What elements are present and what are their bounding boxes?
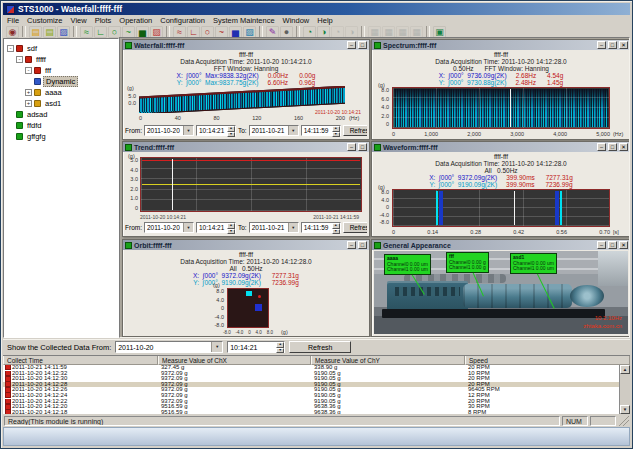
menu-item[interactable]: Customize — [23, 16, 66, 25]
spinner-down-icon[interactable]: ▼ — [332, 132, 340, 138]
menu-item[interactable]: Help — [313, 16, 336, 25]
expand-icon[interactable]: + — [25, 100, 32, 107]
menu-item[interactable]: Window — [279, 16, 314, 25]
edit-tool-icon[interactable]: ✎ — [266, 26, 279, 38]
spinner-down-icon[interactable]: ▼ — [227, 229, 235, 235]
tree-item-ffdfd[interactable]: ffdfd — [4, 120, 118, 131]
tree-item-gffgfg[interactable]: gffgfg — [4, 131, 118, 142]
close-button[interactable]: ✕ — [619, 241, 628, 249]
image-plot-icon[interactable]: ▨ — [150, 26, 163, 38]
waveform-plot[interactable] — [392, 189, 610, 227]
minimize-button[interactable]: – — [347, 143, 356, 151]
menu-item[interactable]: Configuration — [156, 16, 209, 25]
timebase-plot-icon[interactable]: ~ — [122, 26, 135, 38]
menu-item[interactable]: Operation — [115, 16, 156, 25]
refresh-button[interactable]: Refresh — [343, 222, 367, 233]
minimize-button[interactable]: – — [597, 143, 606, 151]
layout3-icon[interactable]: ▦ — [396, 26, 409, 38]
spinner-down-icon[interactable]: ▼ — [276, 348, 284, 354]
tree-item-fffff[interactable]: -fffff — [4, 54, 118, 65]
layout2-icon[interactable]: ▦ — [382, 26, 395, 38]
resize-grip[interactable] — [618, 416, 629, 426]
to-date-field[interactable]: 2011-10-21▼ — [249, 222, 299, 233]
close-button[interactable]: ✕ — [619, 41, 628, 49]
trend-plot[interactable] — [140, 157, 362, 212]
maximize-button[interactable]: □ — [358, 41, 367, 49]
table-row[interactable]: 2011-10-20 14:12:189516.59 g9638.36 g8 R… — [3, 410, 619, 414]
dropdown-arrow-icon[interactable]: ▼ — [183, 223, 193, 232]
plot-cursor[interactable] — [514, 191, 515, 225]
waveform-plot-icon[interactable]: ≈ — [80, 26, 93, 38]
tree-item-fff[interactable]: -fff — [4, 65, 118, 76]
orbit-plot2-icon[interactable]: ○ — [201, 26, 214, 38]
menu-item[interactable]: System Maintence — [209, 16, 279, 25]
gauge2-icon[interactable]: ◑ — [317, 26, 330, 38]
expand-icon[interactable]: + — [25, 89, 32, 96]
tree-item-adsad[interactable]: adsad — [4, 109, 118, 120]
open-multi-icon[interactable]: ▨ — [57, 26, 70, 38]
maximize-button[interactable]: □ — [608, 241, 617, 249]
orbit-plot[interactable] — [227, 288, 269, 328]
tool-icon[interactable]: ● — [280, 26, 293, 38]
waveform-titlebar[interactable]: Waveform:ffff-fff – □ ✕ — [372, 142, 630, 152]
collapse-icon[interactable]: - — [25, 67, 32, 74]
layout1-icon[interactable]: ▦ — [368, 26, 381, 38]
maximize-button[interactable]: □ — [358, 143, 367, 151]
plot-cursor[interactable] — [172, 159, 173, 210]
spectrum-titlebar[interactable]: Spectrum:ffff-fff – □ ✕ — [372, 40, 630, 50]
refresh-button[interactable]: Refresh — [343, 125, 367, 136]
timebase-plot2-icon[interactable]: ~ — [215, 26, 228, 38]
from-date-field[interactable]: 2011-10-20▼ — [144, 222, 194, 233]
maximize-button[interactable]: □ — [358, 241, 367, 249]
orbit-plot-icon[interactable]: ○ — [108, 26, 121, 38]
spectrum-plot2-icon[interactable]: ▅ — [229, 26, 242, 38]
menu-item[interactable]: File — [3, 16, 23, 25]
tree-item-aaaa[interactable]: +aaaa — [4, 87, 118, 98]
to-time-field[interactable]: 14:11:59▲▼ — [301, 125, 341, 136]
collected-time-field[interactable]: 10:14:21▲▼ — [227, 341, 285, 353]
image-plot2-icon[interactable]: ▨ — [243, 26, 256, 38]
menu-item[interactable]: Plots — [91, 16, 116, 25]
gauge4-icon[interactable]: ◑ — [345, 26, 358, 38]
menu-item[interactable]: View — [67, 16, 91, 25]
from-time-field[interactable]: 10:14:21▲▼ — [196, 125, 236, 136]
collected-date-field[interactable]: 2011-10-20▼ — [115, 341, 223, 353]
spectrum-plot[interactable] — [392, 87, 610, 129]
dropdown-arrow-icon[interactable]: ▼ — [183, 126, 193, 135]
gauge3-icon[interactable]: ◔ — [331, 26, 344, 38]
from-date-field[interactable]: 2011-10-20▼ — [144, 125, 194, 136]
spinner-down-icon[interactable]: ▼ — [332, 229, 340, 235]
scroll-up-icon[interactable]: ▲ — [620, 365, 630, 374]
spinner-down-icon[interactable]: ▼ — [227, 132, 235, 138]
scroll-down-icon[interactable]: ▼ — [620, 405, 630, 414]
maximize-button[interactable]: □ — [608, 41, 617, 49]
col-header-speed[interactable]: Speed — [465, 356, 630, 365]
gauge1-icon[interactable]: ◔ — [303, 26, 316, 38]
plot-cursor[interactable] — [510, 89, 511, 127]
waveform-plot2-icon[interactable]: ≈ — [173, 26, 186, 38]
col-header-chy[interactable]: Measure Value of ChY — [311, 356, 465, 365]
tree-item-dynamic[interactable]: Dynamic — [4, 76, 118, 87]
trend-plot2-icon[interactable]: ∟ — [187, 26, 200, 38]
close-button[interactable]: ✕ — [619, 143, 628, 151]
tree-item-sdf[interactable]: -sdf — [4, 43, 118, 54]
col-header-collect-time[interactable]: Collect Time — [3, 356, 158, 365]
minimize-button[interactable]: – — [597, 41, 606, 49]
title-bar[interactable]: STS1000 - Waterfall:ffff-fff — [3, 3, 630, 15]
general-appearance-titlebar[interactable]: General Appearance – □ ✕ — [372, 240, 630, 250]
refresh-button[interactable]: Refresh — [289, 341, 351, 353]
minimize-button[interactable]: – — [597, 241, 606, 249]
open-data-icon[interactable]: ▤ — [43, 26, 56, 38]
table-scrollbar[interactable]: ▲ ▼ — [619, 365, 630, 414]
dropdown-arrow-icon[interactable]: ▼ — [211, 342, 222, 352]
collapse-icon[interactable]: - — [16, 56, 23, 63]
from-time-field[interactable]: 10:14:21▲▼ — [196, 222, 236, 233]
dropdown-arrow-icon[interactable]: ▼ — [288, 223, 298, 232]
record-icon[interactable]: ◉ — [6, 26, 19, 38]
module-status-icon[interactable]: ▣ — [433, 26, 446, 38]
to-time-field[interactable]: 14:11:59▲▼ — [301, 222, 341, 233]
collapse-icon[interactable]: - — [7, 45, 14, 52]
maximize-button[interactable]: □ — [608, 143, 617, 151]
orbit-titlebar[interactable]: Orbit:ffff-fff – □ — [123, 240, 369, 250]
to-date-field[interactable]: 2011-10-21▼ — [249, 125, 299, 136]
